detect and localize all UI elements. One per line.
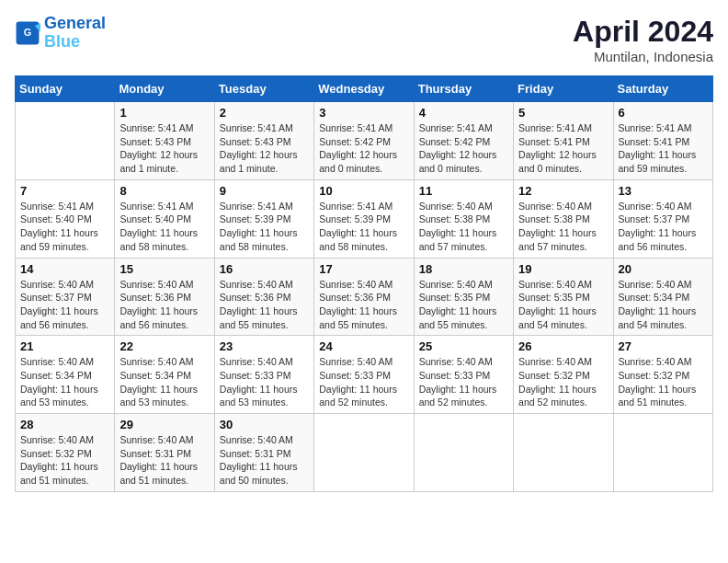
day-info: Sunrise: 5:41 AM Sunset: 5:41 PM Dayligh… [518,121,608,176]
day-info: Sunrise: 5:40 AM Sunset: 5:38 PM Dayligh… [419,200,508,254]
calendar-cell: 14Sunrise: 5:40 AM Sunset: 5:37 PM Dayli… [16,258,115,336]
logo: G General Blue [15,15,106,52]
day-number: 22 [119,339,209,353]
calendar-cell: 30Sunrise: 5:40 AM Sunset: 5:31 PM Dayli… [214,414,313,492]
day-number: 23 [220,339,309,353]
calendar-cell: 8Sunrise: 5:41 AM Sunset: 5:40 PM Daylig… [115,179,214,258]
day-info: Sunrise: 5:40 AM Sunset: 5:34 PM Dayligh… [20,355,109,409]
calendar-cell: 5Sunrise: 5:41 AM Sunset: 5:41 PM Daylig… [514,102,613,180]
calendar-cell: 15Sunrise: 5:40 AM Sunset: 5:36 PM Dayli… [115,258,214,336]
day-number: 17 [319,262,408,276]
day-info: Sunrise: 5:40 AM Sunset: 5:32 PM Dayligh… [518,355,608,409]
calendar-cell: 11Sunrise: 5:40 AM Sunset: 5:38 PM Dayli… [414,179,513,258]
day-info: Sunrise: 5:40 AM Sunset: 5:35 PM Dayligh… [518,278,608,332]
day-number: 10 [319,184,408,198]
page-header: G General Blue April 2024 Muntilan, Indo… [15,15,713,64]
weekday-header-monday: Monday [115,76,214,102]
day-info: Sunrise: 5:40 AM Sunset: 5:35 PM Dayligh… [419,278,508,332]
day-info: Sunrise: 5:41 AM Sunset: 5:40 PM Dayligh… [20,200,109,254]
day-info: Sunrise: 5:40 AM Sunset: 5:31 PM Dayligh… [220,433,309,488]
day-number: 8 [119,184,209,198]
week-row-2: 7Sunrise: 5:41 AM Sunset: 5:40 PM Daylig… [16,179,713,258]
svg-text:G: G [24,27,31,38]
calendar-cell: 23Sunrise: 5:40 AM Sunset: 5:33 PM Dayli… [214,336,313,414]
calendar-cell: 17Sunrise: 5:40 AM Sunset: 5:36 PM Dayli… [314,258,414,336]
day-info: Sunrise: 5:41 AM Sunset: 5:41 PM Dayligh… [619,121,708,176]
day-number: 6 [619,106,708,120]
day-info: Sunrise: 5:40 AM Sunset: 5:34 PM Dayligh… [619,278,708,332]
calendar-cell: 25Sunrise: 5:40 AM Sunset: 5:33 PM Dayli… [414,336,513,414]
calendar-cell: 4Sunrise: 5:41 AM Sunset: 5:42 PM Daylig… [414,102,513,180]
calendar-cell: 7Sunrise: 5:41 AM Sunset: 5:40 PM Daylig… [16,179,115,258]
weekday-header-tuesday: Tuesday [214,76,313,102]
day-info: Sunrise: 5:40 AM Sunset: 5:32 PM Dayligh… [20,433,109,488]
day-number: 24 [319,339,408,353]
day-info: Sunrise: 5:41 AM Sunset: 5:43 PM Dayligh… [119,121,209,176]
calendar-cell [314,414,414,492]
location: Muntilan, Indonesia [573,49,713,64]
day-number: 19 [518,262,608,276]
day-info: Sunrise: 5:40 AM Sunset: 5:36 PM Dayligh… [220,278,309,332]
day-number: 12 [518,184,608,198]
day-number: 15 [119,262,209,276]
day-number: 1 [119,106,209,120]
day-info: Sunrise: 5:40 AM Sunset: 5:33 PM Dayligh… [319,355,408,409]
day-number: 4 [419,106,508,120]
day-number: 20 [619,262,708,276]
day-number: 26 [518,339,608,353]
calendar-cell [514,414,613,492]
day-info: Sunrise: 5:41 AM Sunset: 5:42 PM Dayligh… [319,121,408,176]
day-number: 27 [619,339,708,353]
week-row-3: 14Sunrise: 5:40 AM Sunset: 5:37 PM Dayli… [16,258,713,336]
calendar-cell: 22Sunrise: 5:40 AM Sunset: 5:34 PM Dayli… [115,336,214,414]
calendar-cell: 16Sunrise: 5:40 AM Sunset: 5:36 PM Dayli… [214,258,313,336]
day-info: Sunrise: 5:41 AM Sunset: 5:43 PM Dayligh… [220,121,309,176]
calendar-table: SundayMondayTuesdayWednesdayThursdayFrid… [15,75,713,492]
calendar-cell [414,414,513,492]
calendar-cell: 6Sunrise: 5:41 AM Sunset: 5:41 PM Daylig… [613,102,712,180]
week-row-4: 21Sunrise: 5:40 AM Sunset: 5:34 PM Dayli… [16,336,713,414]
day-info: Sunrise: 5:40 AM Sunset: 5:37 PM Dayligh… [20,278,109,332]
day-number: 30 [220,418,309,431]
calendar-cell: 28Sunrise: 5:40 AM Sunset: 5:32 PM Dayli… [16,414,115,492]
calendar-cell: 9Sunrise: 5:41 AM Sunset: 5:39 PM Daylig… [214,179,313,258]
day-info: Sunrise: 5:41 AM Sunset: 5:40 PM Dayligh… [119,200,209,254]
day-info: Sunrise: 5:40 AM Sunset: 5:37 PM Dayligh… [619,200,708,254]
logo-icon: G [15,20,40,46]
calendar-cell: 18Sunrise: 5:40 AM Sunset: 5:35 PM Dayli… [414,258,513,336]
calendar-cell: 27Sunrise: 5:40 AM Sunset: 5:32 PM Dayli… [613,336,712,414]
day-info: Sunrise: 5:40 AM Sunset: 5:34 PM Dayligh… [119,355,209,409]
weekday-header-sunday: Sunday [16,76,115,102]
day-info: Sunrise: 5:40 AM Sunset: 5:33 PM Dayligh… [419,355,508,409]
title-block: April 2024 Muntilan, Indonesia [573,15,713,64]
calendar-cell: 2Sunrise: 5:41 AM Sunset: 5:43 PM Daylig… [214,102,313,180]
calendar-cell: 13Sunrise: 5:40 AM Sunset: 5:37 PM Dayli… [613,179,712,258]
day-number: 14 [20,262,109,276]
logo-text: General Blue [44,15,106,52]
day-info: Sunrise: 5:41 AM Sunset: 5:39 PM Dayligh… [319,200,408,254]
calendar-cell: 26Sunrise: 5:40 AM Sunset: 5:32 PM Dayli… [514,336,613,414]
weekday-header-friday: Friday [514,76,613,102]
day-number: 21 [20,339,109,353]
day-number: 29 [119,418,209,431]
day-info: Sunrise: 5:40 AM Sunset: 5:36 PM Dayligh… [319,278,408,332]
week-row-5: 28Sunrise: 5:40 AM Sunset: 5:32 PM Dayli… [16,414,713,492]
weekday-header-thursday: Thursday [414,76,513,102]
day-info: Sunrise: 5:41 AM Sunset: 5:39 PM Dayligh… [220,200,309,254]
day-info: Sunrise: 5:40 AM Sunset: 5:32 PM Dayligh… [619,355,708,409]
calendar-cell: 24Sunrise: 5:40 AM Sunset: 5:33 PM Dayli… [314,336,414,414]
day-number: 11 [419,184,508,198]
weekday-header-wednesday: Wednesday [314,76,414,102]
month-title: April 2024 [573,15,713,49]
calendar-cell: 20Sunrise: 5:40 AM Sunset: 5:34 PM Dayli… [613,258,712,336]
week-row-1: 1Sunrise: 5:41 AM Sunset: 5:43 PM Daylig… [16,102,713,180]
day-number: 3 [319,106,408,120]
calendar-cell: 19Sunrise: 5:40 AM Sunset: 5:35 PM Dayli… [514,258,613,336]
weekday-header-saturday: Saturday [613,76,712,102]
calendar-cell [16,102,115,180]
day-info: Sunrise: 5:41 AM Sunset: 5:42 PM Dayligh… [419,121,508,176]
calendar-cell: 10Sunrise: 5:41 AM Sunset: 5:39 PM Dayli… [314,179,414,258]
day-info: Sunrise: 5:40 AM Sunset: 5:36 PM Dayligh… [119,278,209,332]
day-number: 5 [518,106,608,120]
calendar-cell: 21Sunrise: 5:40 AM Sunset: 5:34 PM Dayli… [16,336,115,414]
